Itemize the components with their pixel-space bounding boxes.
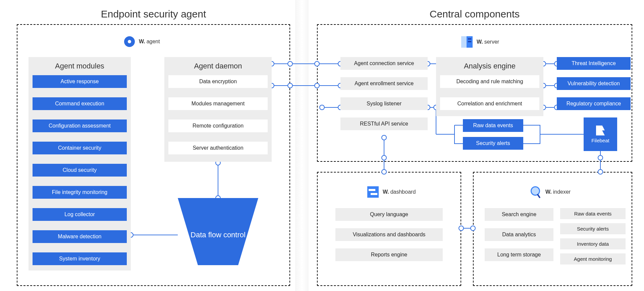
analysis-engine-box: Analysis engine Decoding and rule matchi… [436,57,543,116]
daemon-item-2: Remote configuration [168,119,268,132]
service-item-0: Agent connection service [340,57,428,70]
dashboard-item-0: Query language [335,208,443,221]
security-alerts-box: Security alerts [463,137,523,150]
dashboard-item-1: Visualizations and dashboards [335,228,443,241]
side-feature-0: Threat Intelligence [557,57,631,70]
indexer-brand-row: W.indexer [530,186,571,198]
daemon-item-3: Server authentication [168,142,268,154]
module-item-4: Cloud security [33,164,127,177]
server-services-col: Agent connection serviceAgent enrollment… [340,57,428,130]
analysis-item-1: Correlation and enrichment [440,97,539,110]
agent-brand-row: W.agent [124,36,160,47]
dashboard-brand-prefix: W. [383,189,389,195]
indexer-icon [530,186,541,198]
indexer-right-item-1: Security alerts [560,223,626,234]
indexer-right-col: Raw data eventsSecurity alertsInventory … [560,208,626,264]
agent-daemon-title: Agent daemon [168,62,268,70]
indexer-right-item-3: Agent monitoring [560,253,626,264]
analysis-engine-title: Analysis engine [440,62,539,70]
side-features-col: Threat IntelligenceVulnerability detecti… [557,57,631,110]
server-brand-name: server [484,39,499,45]
module-item-1: Command execution [33,97,127,110]
dashboard-items-col: Query languageVisualizations and dashboa… [335,208,443,261]
indexer-right-item-2: Inventory data [560,238,626,249]
pill-security-alerts: Security alerts [463,137,523,150]
module-item-6: Log collector [33,208,127,221]
central-title: Central components [317,8,632,20]
filebeat-icon [596,126,605,136]
module-item-3: Container security [33,142,127,154]
server-icon [461,36,473,48]
panel-divider [295,0,309,291]
dashboard-icon [367,186,379,198]
side-feature-1: Vulnerability detection [557,77,631,90]
indexer-left-col: Search engineData analyticsLong term sto… [485,208,553,261]
module-item-8: System inventory [33,252,127,265]
agent-modules-box: Agent modules Active responseCommand exe… [29,57,131,271]
indexer-brand-prefix: W. [545,189,552,195]
agent-icon [124,36,135,47]
agent-brand-name: agent [147,39,160,44]
indexer-right-item-0: Raw data events [560,208,626,219]
service-item-1: Agent enrollment service [340,77,428,90]
indexer-left-item-1: Data analytics [485,228,553,241]
dashboard-item-2: Reports engine [335,248,443,261]
module-item-5: File integrity monitoring [33,186,127,199]
service-item-3: RESTful API service [340,117,428,130]
data-flow-funnel: Data flow control [178,198,258,265]
module-item-7: Malware detection [33,230,127,243]
analysis-item-0: Decoding and rule matching [440,75,539,88]
server-brand-prefix: W. [477,39,483,45]
indexer-brand-name: indexer [553,189,571,195]
filebeat-box: Filebeat [584,117,617,151]
module-item-2: Configuration assessment [33,119,127,132]
dashboard-brand-name: dashboard [390,189,416,195]
indexer-left-item-2: Long term storage [485,248,553,261]
server-brand-row: W.server [461,36,499,48]
agent-daemon-box: Agent daemon Data encryptionModules mana… [164,57,272,162]
dashboard-brand-row: W.dashboard [367,186,416,198]
module-item-0: Active response [33,75,127,88]
pill-raw-data-events: Raw data events [463,119,523,132]
service-item-2: Syslog listener [340,97,428,110]
agent-modules-title: Agent modules [33,62,127,70]
side-feature-2: Regulatory compliance [557,97,631,110]
filebeat-label: Filebeat [591,138,609,143]
indexer-left-item-0: Search engine [485,208,553,221]
daemon-item-1: Modules management [168,97,268,110]
funnel-label: Data flow control [191,230,246,240]
endpoint-title: Endpoint security agent [17,8,290,20]
agent-brand-prefix: W. [139,39,145,44]
raw-data-events-box: Raw data events [463,119,523,132]
daemon-item-0: Data encryption [168,75,268,88]
